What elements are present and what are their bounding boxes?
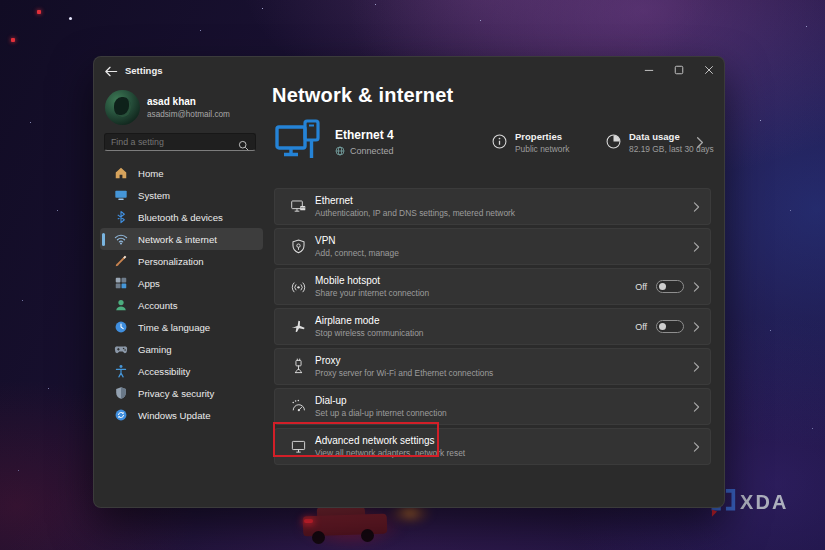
time-icon [114,320,128,334]
update-icon [114,408,128,422]
sidebar-item-label: Home [138,168,164,179]
airplane-icon [283,318,313,335]
row-controls: Off [635,320,700,333]
connection-name: Ethernet 4 [335,128,394,142]
home-icon [114,166,128,180]
toggle-switch[interactable] [656,280,684,293]
sidebar-item-home[interactable]: Home [100,162,263,184]
settings-row-ethernet[interactable]: EthernetAuthentication, IP and DNS setti… [274,188,711,225]
row-text: Airplane modeStop wireless communication [313,315,635,338]
page-title: Network & internet [272,84,453,107]
sidebar-item-windows-update[interactable]: Windows Update [100,404,263,426]
back-arrow-icon [106,67,117,75]
row-title: Airplane mode [315,315,635,326]
personalization-icon [114,254,128,268]
close-button[interactable] [694,57,724,82]
properties-shortcut[interactable]: Properties Public network [492,131,569,154]
accessibility-icon [114,364,128,378]
settings-row-dial-up[interactable]: Dial-upSet up a dial-up internet connect… [274,388,711,425]
row-controls [693,361,700,373]
settings-row-vpn[interactable]: VPNAdd, connect, manage [274,228,711,265]
row-title: VPN [315,235,693,246]
chevron-right-icon [693,201,700,213]
chevron-right-icon [693,281,700,293]
row-title: Mobile hotspot [315,275,635,286]
row-title: Dial-up [315,395,693,406]
globe-icon [335,146,345,156]
sidebar-item-gaming[interactable]: Gaming [100,338,263,360]
settings-row-airplane-mode[interactable]: Airplane modeStop wireless communication… [274,308,711,345]
accounts-icon [114,298,128,312]
dialup-icon [283,398,313,415]
row-title: Ethernet [315,195,693,206]
hotspot-icon [283,278,313,295]
properties-title: Properties [515,131,569,142]
toggle-knob [659,323,666,330]
sidebar-item-network-and-internet[interactable]: Network & internet [100,228,263,250]
stars-decoration [0,0,1,1]
sidebar-item-label: Bluetooth & devices [138,212,223,223]
maximize-button[interactable] [664,57,694,82]
sidebar-item-system[interactable]: System [100,184,263,206]
window-title: Settings [125,65,162,76]
row-controls: Off [635,280,700,293]
sidebar-item-time-and-language[interactable]: Time & language [100,316,263,338]
settings-row-mobile-hotspot[interactable]: Mobile hotspotShare your internet connec… [274,268,711,305]
ethernet-connection-icon [274,117,324,169]
bluetooth-icon [114,210,128,224]
sidebar-item-label: Apps [138,278,160,289]
row-text: ProxyProxy server for Wi-Fi and Ethernet… [313,355,693,378]
search-input[interactable] [111,137,238,147]
sidebar-nav: HomeSystemBluetooth & devicesNetwork & i… [100,162,263,426]
sidebar-item-label: Network & internet [138,234,217,245]
toggle-state-label: Off [635,282,647,292]
row-subtitle: Share your internet connection [315,288,635,298]
row-controls [693,441,700,453]
toggle-knob [659,283,666,290]
user-name: asad khan [147,96,196,107]
row-text: VPNAdd, connect, manage [313,235,693,258]
sidebar-item-label: System [138,190,170,201]
info-icon [492,134,507,149]
sidebar-item-apps[interactable]: Apps [100,272,263,294]
settings-window: Settings asad khan asadsim@hotmail.com H… [93,56,725,508]
selected-indicator [102,233,105,246]
sidebar-item-accounts[interactable]: Accounts [100,294,263,316]
row-title: Proxy [315,355,693,366]
chevron-right-icon [693,361,700,373]
sidebar-item-personalization[interactable]: Personalization [100,250,263,272]
row-subtitle: Proxy server for Wi-Fi and Ethernet conn… [315,368,693,378]
vpn-icon [283,238,313,255]
chevron-right-icon[interactable] [696,135,704,148]
row-controls [693,401,700,413]
sidebar-item-privacy-and-security[interactable]: Privacy & security [100,382,263,404]
back-button[interactable] [103,64,121,80]
chevron-right-icon [693,321,700,333]
sidebar-item-label: Time & language [138,322,210,333]
sidebar-item-bluetooth-and-devices[interactable]: Bluetooth & devices [100,206,263,228]
row-title: Advanced network settings [315,435,693,446]
advanced-icon [283,438,313,455]
row-controls [693,201,700,213]
row-text: EthernetAuthentication, IP and DNS setti… [313,195,693,218]
sidebar-item-label: Windows Update [138,410,211,421]
row-subtitle: Add, connect, manage [315,248,693,258]
toggle-switch[interactable] [656,320,684,333]
settings-list: EthernetAuthentication, IP and DNS setti… [274,188,711,468]
row-text: Advanced network settingsView all networ… [313,435,693,458]
row-subtitle: Authentication, IP and DNS settings, met… [315,208,693,218]
sidebar-item-accessibility[interactable]: Accessibility [100,360,263,382]
close-icon [705,66,713,74]
sidebar-item-label: Accounts [138,300,177,311]
red-star-decoration [37,10,41,14]
avatar[interactable] [105,90,140,125]
sidebar-item-label: Privacy & security [138,388,214,399]
settings-row-advanced-network-settings[interactable]: Advanced network settingsView all networ… [274,428,711,465]
minimize-button[interactable] [634,57,664,82]
search-box[interactable] [104,133,256,151]
red-star-decoration [11,38,15,42]
chevron-right-icon [693,241,700,253]
chevron-right-icon [693,401,700,413]
maximize-icon [675,66,683,74]
settings-row-proxy[interactable]: ProxyProxy server for Wi-Fi and Ethernet… [274,348,711,385]
